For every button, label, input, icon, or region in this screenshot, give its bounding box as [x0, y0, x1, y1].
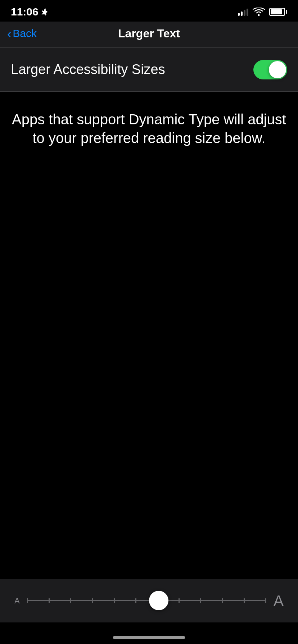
status-time: 11:06: [11, 6, 48, 18]
slider-track: [27, 600, 266, 601]
tick-9: [200, 598, 201, 603]
tick-2: [49, 598, 50, 603]
page-title: Larger Text: [118, 27, 180, 40]
tick-5: [114, 598, 115, 603]
slider-max-label: A: [274, 592, 284, 610]
home-indicator: [113, 636, 185, 639]
back-label: Back: [13, 27, 37, 40]
tick-10: [222, 598, 223, 603]
wifi-icon: [253, 8, 265, 16]
slider-thumb[interactable]: [149, 591, 168, 610]
tick-11: [244, 598, 245, 603]
location-icon: [41, 8, 48, 15]
time-display: 11:06: [11, 6, 39, 18]
signal-bars-icon: [238, 8, 248, 16]
tick-8: [179, 598, 180, 603]
battery-icon: [269, 8, 287, 16]
slider-track-container[interactable]: [27, 600, 266, 602]
tick-12: [265, 598, 266, 603]
accessibility-sizes-toggle[interactable]: [253, 60, 287, 79]
main-content-area: [0, 158, 298, 556]
tick-6: [135, 598, 136, 603]
back-button[interactable]: ‹ Back: [7, 27, 37, 40]
slider-min-label: A: [14, 596, 20, 606]
description-text: Apps that support Dynamic Type will adju…: [11, 110, 287, 147]
tick-3: [70, 598, 71, 603]
tick-4: [92, 598, 93, 603]
accessibility-sizes-row[interactable]: Larger Accessibility Sizes: [0, 48, 298, 91]
svg-point-0: [258, 14, 260, 16]
accessibility-sizes-label: Larger Accessibility Sizes: [11, 61, 253, 78]
toggle-knob: [269, 61, 286, 78]
status-bar: 11:06: [0, 0, 298, 22]
slider-ticks: [27, 598, 266, 603]
text-size-slider-section: A A: [0, 579, 298, 622]
tick-1: [27, 598, 28, 603]
back-chevron-icon: ‹: [7, 27, 11, 40]
nav-bar: ‹ Back Larger Text: [0, 22, 298, 47]
description-section: Apps that support Dynamic Type will adju…: [0, 92, 298, 158]
status-icons: [238, 8, 287, 16]
